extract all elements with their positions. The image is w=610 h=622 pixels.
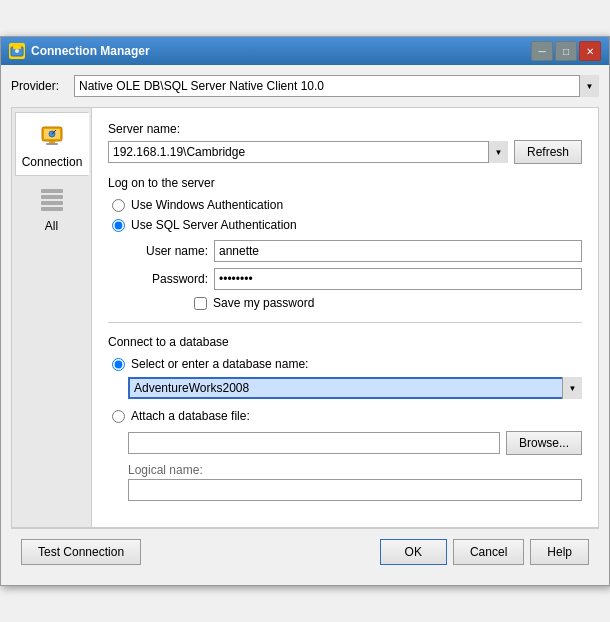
connection-manager-window: Connection Manager ─ □ ✕ Provider: Nativ…	[0, 36, 610, 586]
database-select-wrapper: AdventureWorks2008 ▼	[128, 377, 582, 399]
save-password-label: Save my password	[213, 296, 314, 310]
logical-name-label: Logical name:	[128, 463, 582, 477]
title-bar-controls: ─ □ ✕	[531, 41, 601, 61]
database-section-title: Connect to a database	[108, 335, 582, 349]
sql-auth-label: Use SQL Server Authentication	[131, 218, 297, 232]
password-label: Password:	[128, 272, 208, 286]
svg-rect-9	[41, 189, 63, 193]
logon-section-title: Log on to the server	[108, 176, 582, 190]
cancel-button[interactable]: Cancel	[453, 539, 524, 565]
database-radio-group: Select or enter a database name:	[112, 357, 582, 371]
main-content: Connection All	[11, 107, 599, 528]
sql-auth-radio[interactable]	[112, 219, 125, 232]
svg-rect-6	[46, 143, 58, 145]
browse-button[interactable]: Browse...	[506, 431, 582, 455]
divider	[108, 322, 582, 323]
select-db-radio[interactable]	[112, 358, 125, 371]
content-panel: Server name: 192.168.1.19\Cambridge ▼ Re…	[92, 108, 598, 527]
server-select-wrapper: 192.168.1.19\Cambridge ▼	[108, 141, 508, 163]
svg-rect-1	[13, 45, 21, 49]
provider-select-wrapper: Native OLE DB\SQL Server Native Client 1…	[74, 75, 599, 97]
window-body: Provider: Native OLE DB\SQL Server Nativ…	[1, 65, 609, 585]
auth-radio-group: Use Windows Authentication Use SQL Serve…	[112, 198, 582, 232]
select-db-label: Select or enter a database name:	[131, 357, 308, 371]
attach-row: Browse...	[108, 431, 582, 455]
password-row: Password:	[128, 268, 582, 290]
logical-name-input[interactable]	[128, 479, 582, 501]
windows-auth-radio[interactable]	[112, 199, 125, 212]
connection-icon	[36, 119, 68, 151]
refresh-button[interactable]: Refresh	[514, 140, 582, 164]
database-section: Connect to a database Select or enter a …	[108, 322, 582, 501]
attach-db-radio[interactable]	[112, 410, 125, 423]
ok-button[interactable]: OK	[380, 539, 447, 565]
provider-select[interactable]: Native OLE DB\SQL Server Native Client 1…	[74, 75, 599, 97]
window-title: Connection Manager	[31, 44, 150, 58]
database-select[interactable]: AdventureWorks2008	[128, 377, 582, 399]
minimize-button[interactable]: ─	[531, 41, 553, 61]
save-password-row: Save my password	[194, 296, 582, 310]
sidebar-item-connection[interactable]: Connection	[15, 112, 89, 176]
sql-auth-radio-label[interactable]: Use SQL Server Authentication	[112, 218, 582, 232]
server-name-group: Server name: 192.168.1.19\Cambridge ▼ Re…	[108, 122, 582, 164]
attach-db-label: Attach a database file:	[131, 409, 250, 423]
server-row: 192.168.1.19\Cambridge ▼ Refresh	[108, 140, 582, 164]
attach-db-radio-label[interactable]: Attach a database file:	[112, 409, 582, 423]
title-bar: Connection Manager ─ □ ✕	[1, 37, 609, 65]
server-name-label: Server name:	[108, 122, 582, 136]
svg-point-2	[15, 49, 19, 53]
username-input[interactable]	[214, 240, 582, 262]
test-connection-button[interactable]: Test Connection	[21, 539, 141, 565]
sidebar-all-label: All	[45, 219, 58, 233]
attach-radio-group: Attach a database file:	[112, 409, 582, 423]
password-input[interactable]	[214, 268, 582, 290]
credentials-group: User name: Password:	[128, 240, 582, 290]
svg-rect-12	[41, 207, 63, 211]
logon-section: Log on to the server Use Windows Authent…	[108, 176, 582, 310]
save-password-checkbox[interactable]	[194, 297, 207, 310]
provider-label: Provider:	[11, 79, 66, 93]
svg-rect-10	[41, 195, 63, 199]
title-bar-left: Connection Manager	[9, 43, 150, 59]
server-name-select[interactable]: 192.168.1.19\Cambridge	[108, 141, 508, 163]
bottom-right-buttons: OK Cancel Help	[380, 539, 589, 565]
all-icon	[36, 183, 68, 215]
username-label: User name:	[128, 244, 208, 258]
maximize-button[interactable]: □	[555, 41, 577, 61]
attach-db-input[interactable]	[128, 432, 500, 454]
provider-row: Provider: Native OLE DB\SQL Server Nativ…	[11, 75, 599, 97]
sidebar: Connection All	[12, 108, 92, 527]
username-row: User name:	[128, 240, 582, 262]
sidebar-item-all[interactable]: All	[15, 176, 89, 240]
windows-auth-radio-label[interactable]: Use Windows Authentication	[112, 198, 582, 212]
svg-rect-11	[41, 201, 63, 205]
sidebar-connection-label: Connection	[22, 155, 83, 169]
close-button[interactable]: ✕	[579, 41, 601, 61]
windows-auth-label: Use Windows Authentication	[131, 198, 283, 212]
select-db-radio-label[interactable]: Select or enter a database name:	[112, 357, 582, 371]
help-button[interactable]: Help	[530, 539, 589, 565]
window-icon	[9, 43, 25, 59]
bottom-bar: Test Connection OK Cancel Help	[11, 528, 599, 575]
